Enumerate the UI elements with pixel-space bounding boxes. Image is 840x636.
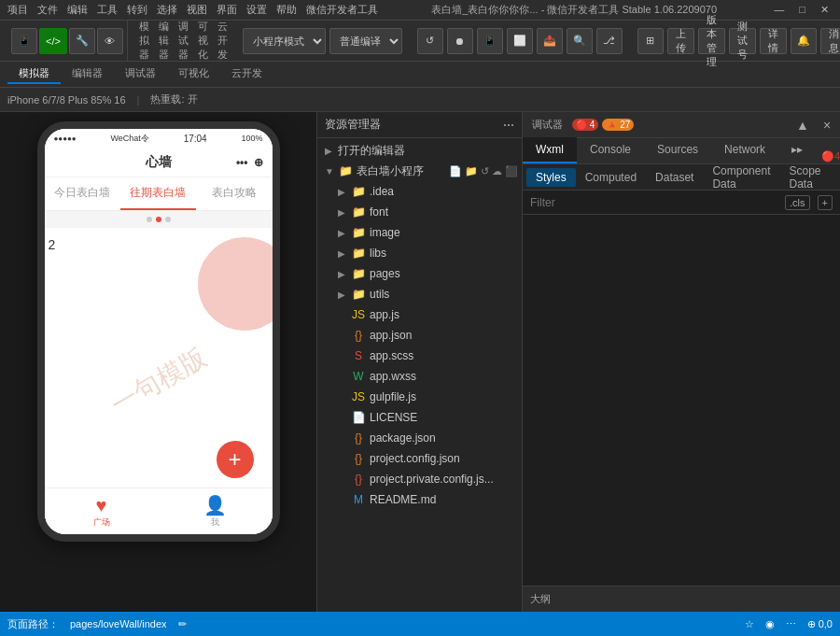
- menu-help[interactable]: 帮助: [276, 3, 297, 17]
- path-edit-icon[interactable]: ✏: [178, 618, 187, 630]
- more-icon[interactable]: •••: [236, 156, 248, 169]
- subtab-computed[interactable]: Computed: [576, 168, 646, 187]
- subtab-dataset[interactable]: Dataset: [646, 168, 703, 187]
- tree-item-utils[interactable]: ▶ 📁 utils: [317, 284, 522, 304]
- nav-item-square[interactable]: ♥ 广场: [45, 488, 159, 534]
- tree-item-idea[interactable]: ▶ 📁 .idea: [317, 181, 522, 202]
- hotspot-btn[interactable]: 热重载: 开: [150, 92, 197, 106]
- maximize-button[interactable]: □: [795, 4, 809, 16]
- close-button[interactable]: ✕: [817, 4, 833, 16]
- filetree-content[interactable]: ▶ 打开的编辑器 ▼ 📁 表白墙小程序 📄 📁 ↺ ☁ ⬛ ▶ 📁: [317, 138, 522, 612]
- devtools-subtabs[interactable]: Styles Computed Dataset Component Data S…: [523, 164, 840, 191]
- compile-button[interactable]: ⏺: [447, 28, 473, 54]
- more-icon[interactable]: ⋯: [786, 618, 796, 630]
- send-button[interactable]: 📤: [537, 28, 563, 54]
- tree-item-projectprivate[interactable]: {} project.private.config.js...: [317, 469, 522, 489]
- menu-interface[interactable]: 界面: [217, 3, 237, 17]
- upload-button[interactable]: 上传: [667, 28, 694, 54]
- refresh-button[interactable]: ↺: [417, 28, 443, 54]
- tab-more[interactable]: ▸▸: [778, 137, 816, 163]
- minimize-button[interactable]: —: [770, 4, 788, 16]
- subtab-scope-data[interactable]: Scope Data: [779, 162, 836, 193]
- tree-item-libs[interactable]: ▶ 📁 libs: [317, 243, 522, 263]
- menu-select[interactable]: 选择: [157, 3, 177, 17]
- message-button[interactable]: 消息: [820, 28, 840, 54]
- menu-bar[interactable]: 项目 文件 编辑 工具 转到 选择 视图 界面 设置 帮助 微信开发者工具: [7, 3, 378, 17]
- menu-view[interactable]: 视图: [187, 3, 207, 17]
- tab-wxml[interactable]: Wxml: [523, 137, 577, 163]
- collapse-icon[interactable]: ⬛: [505, 165, 518, 177]
- phone-tabs[interactable]: 今日表白墙 往期表白墙 表白攻略: [45, 177, 273, 211]
- new-folder-icon[interactable]: 📁: [465, 165, 478, 177]
- subtab-component-data[interactable]: Component Data: [703, 162, 779, 193]
- tree-item-license[interactable]: 📄 LICENSE: [317, 407, 522, 428]
- filter-input[interactable]: [530, 196, 777, 209]
- editor-toggle[interactable]: </>: [39, 28, 67, 54]
- detail-button[interactable]: 详情: [760, 28, 787, 54]
- simulator-toggle[interactable]: 📱: [11, 28, 37, 54]
- tree-item-readme[interactable]: M README.md: [317, 489, 522, 510]
- collapse-devtools-icon[interactable]: ▲: [793, 118, 812, 133]
- phone-tab-today[interactable]: 今日表白墙: [45, 177, 120, 210]
- tree-item-projectconfig[interactable]: {} project.config.json: [317, 448, 522, 469]
- refresh-icon[interactable]: ↺: [481, 165, 489, 177]
- search-button[interactable]: 🔍: [567, 28, 593, 54]
- open-editors-item[interactable]: ▶ 打开的编辑器: [317, 140, 522, 161]
- menu-tool[interactable]: 工具: [97, 3, 118, 17]
- test-num-button[interactable]: 测试号: [729, 28, 756, 54]
- menu-wechat-devtools[interactable]: 微信开发者工具: [306, 3, 378, 17]
- mode-select[interactable]: 小程序模式: [243, 28, 326, 54]
- menu-settings[interactable]: 设置: [246, 3, 267, 17]
- view-icon[interactable]: ◉: [765, 618, 775, 630]
- tab-visual[interactable]: 可视化: [167, 64, 220, 84]
- tree-item-gulpfile[interactable]: JS gulpfile.js: [317, 387, 522, 407]
- filetree-header-icons[interactable]: ⋯: [503, 119, 514, 132]
- tab-cloud[interactable]: 云开发: [220, 64, 273, 84]
- bell-button[interactable]: 🔔: [791, 28, 817, 54]
- star-icon[interactable]: ☆: [745, 618, 754, 630]
- tab-network[interactable]: Network: [711, 137, 778, 163]
- version-mgmt-button[interactable]: 版本管理: [698, 28, 725, 54]
- new-file-icon[interactable]: 📄: [449, 165, 462, 177]
- status-right[interactable]: ☆ ◉ ⋯ ⊕ 0,0: [745, 618, 833, 630]
- branch-button[interactable]: ⎇: [596, 28, 623, 54]
- compile-select[interactable]: 普通编译: [329, 28, 402, 54]
- phone-tab-strategy[interactable]: 表白攻略: [196, 177, 272, 210]
- menu-edit[interactable]: 编辑: [67, 3, 88, 17]
- tree-item-appjs[interactable]: JS app.js: [317, 304, 522, 325]
- tree-item-appscss[interactable]: S app.scss: [317, 346, 522, 366]
- add-style-button[interactable]: +: [818, 195, 833, 210]
- close-devtools-icon[interactable]: ×: [818, 118, 836, 133]
- add-button[interactable]: +: [217, 441, 254, 478]
- devtools-main-tabs[interactable]: Wxml Console Sources Network ▸▸ 🔴4 🔺27 ⚙…: [523, 138, 840, 164]
- tab-simulator[interactable]: 模拟器: [7, 64, 61, 84]
- phone-button[interactable]: 📱: [477, 28, 503, 54]
- cls-button[interactable]: .cls: [785, 195, 810, 210]
- window-controls[interactable]: — □ ✕: [770, 4, 833, 16]
- tree-item-image[interactable]: ▶ 📁 image: [317, 222, 522, 243]
- phone-tab-history[interactable]: 往期表白墙: [120, 177, 196, 210]
- grid-button[interactable]: ⊞: [637, 28, 664, 54]
- tree-item-pages[interactable]: ▶ 📁 pages: [317, 263, 522, 284]
- visual-toggle[interactable]: 👁: [97, 28, 123, 54]
- nav-item-me[interactable]: 👤 我: [159, 488, 273, 534]
- screen-button[interactable]: ⬜: [507, 28, 533, 54]
- more-options-icon[interactable]: ⋯: [503, 119, 514, 132]
- tree-item-font[interactable]: ▶ 📁 font: [317, 202, 522, 222]
- tab-console[interactable]: Console: [577, 137, 644, 163]
- menu-goto[interactable]: 转到: [127, 3, 147, 17]
- expand-icon[interactable]: ⊕: [254, 156, 263, 169]
- subtab-styles[interactable]: Styles: [526, 168, 576, 187]
- tab-editor[interactable]: 编辑器: [61, 64, 114, 84]
- cloud-icon[interactable]: ☁: [492, 165, 502, 177]
- tree-item-appjson[interactable]: {} app.json: [317, 325, 522, 346]
- tab-debugger[interactable]: 调试器: [114, 64, 167, 84]
- menu-file[interactable]: 文件: [37, 3, 58, 17]
- tree-item-packagejson[interactable]: {} package.json: [317, 428, 522, 448]
- devtools-header-actions[interactable]: ▲ ×: [793, 118, 836, 133]
- menu-project[interactable]: 项目: [7, 3, 28, 17]
- project-root-item[interactable]: ▼ 📁 表白墙小程序 📄 📁 ↺ ☁ ⬛: [317, 161, 522, 181]
- debugger-toggle[interactable]: 🔧: [69, 28, 95, 54]
- tab-sources[interactable]: Sources: [644, 137, 711, 163]
- tree-item-appwxss[interactable]: W app.wxss: [317, 366, 522, 387]
